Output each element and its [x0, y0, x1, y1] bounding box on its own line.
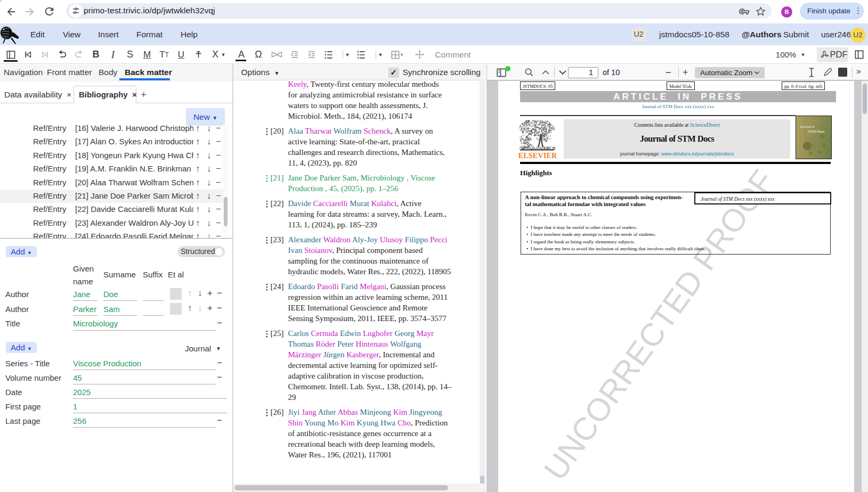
svg-text:Journal of: Journal of: [800, 125, 815, 128]
svg-text:STM Docs: STM Docs: [808, 129, 825, 134]
